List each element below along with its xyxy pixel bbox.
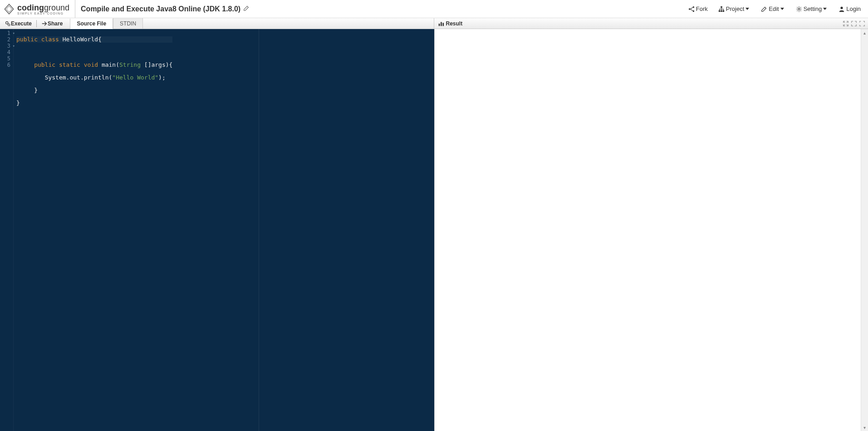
svg-rect-5 (721, 10, 722, 12)
project-menu[interactable]: Project (713, 4, 754, 14)
expand-icon[interactable] (851, 20, 857, 27)
line-gutter: 1▾ 2 3▾ 4 5 6 (0, 29, 14, 431)
scrollbar[interactable]: ▴ ▾ (861, 29, 868, 431)
collapse-icon[interactable] (843, 20, 849, 27)
svg-point-0 (689, 8, 691, 10)
execute-label: Execute (11, 20, 32, 27)
login-label: Login (846, 5, 861, 12)
chevron-down-icon (780, 8, 784, 10)
page-title: Compile and Execute Java8 Online (JDK 1.… (81, 5, 240, 13)
line-number: 4 (2, 49, 10, 55)
tab-stdin[interactable]: STDIN (113, 18, 143, 29)
svg-rect-3 (721, 6, 722, 8)
toolbar: Execute Share Source File STDIN Result (0, 18, 868, 29)
main: 1▾ 2 3▾ 4 5 6 public class HelloWorld{ p… (0, 29, 868, 431)
svg-point-8 (841, 6, 843, 9)
share-button[interactable]: Share (37, 18, 67, 29)
line-number: 2 (2, 36, 10, 43)
result-toolbar: Result (434, 18, 868, 29)
share-label: Share (48, 20, 63, 27)
line-number: 3▾ (2, 43, 10, 49)
fork-button[interactable]: Fork (683, 4, 711, 14)
line-number: 1▾ (2, 30, 10, 36)
execute-button[interactable]: Execute (0, 18, 36, 29)
result-pane: ▴ ▾ (434, 29, 868, 431)
svg-rect-4 (719, 10, 721, 12)
scroll-up-icon[interactable]: ▴ (861, 29, 868, 36)
fork-icon (688, 6, 695, 12)
edit-title-icon[interactable] (243, 5, 250, 13)
svg-rect-13 (442, 23, 444, 26)
scroll-down-icon[interactable]: ▾ (861, 424, 868, 431)
code-content[interactable]: public class HelloWorld{ public static v… (14, 29, 175, 431)
project-label: Project (726, 5, 744, 12)
logo[interactable]: codingground SIMPLY EASY CODING (4, 0, 75, 18)
svg-rect-6 (722, 10, 724, 12)
fold-icon[interactable]: ▾ (13, 30, 15, 36)
result-window-controls (843, 20, 865, 27)
header: codingground SIMPLY EASY CODING Compile … (0, 0, 868, 18)
line-number: 5 (2, 55, 10, 62)
header-menu: Fork Project Edit Setting Login (683, 4, 864, 14)
chevron-down-icon (823, 8, 827, 10)
svg-rect-12 (441, 22, 442, 26)
svg-point-2 (692, 10, 694, 12)
svg-point-1 (692, 6, 694, 8)
fullscreen-icon[interactable] (859, 20, 865, 27)
svg-point-7 (798, 8, 800, 10)
code-editor[interactable]: 1▾ 2 3▾ 4 5 6 public class HelloWorld{ p… (0, 29, 434, 431)
editor-toolbar: Execute Share Source File STDIN (0, 18, 434, 29)
svg-point-9 (6, 21, 8, 24)
svg-rect-11 (438, 24, 440, 26)
user-icon (839, 6, 845, 12)
chevron-down-icon (745, 8, 749, 10)
login-button[interactable]: Login (834, 4, 864, 14)
tab-source-file[interactable]: Source File (70, 19, 113, 29)
logo-text: codingground (17, 3, 69, 12)
result-label: Result (438, 20, 463, 27)
edit-label: Edit (769, 5, 779, 12)
logo-tagline: SIMPLY EASY CODING (17, 12, 69, 15)
gear-icon (796, 6, 802, 12)
line-number: 6 (2, 62, 10, 68)
result-text: Result (446, 20, 463, 27)
edit-menu[interactable]: Edit (756, 4, 789, 14)
setting-label: Setting (804, 5, 822, 12)
fork-label: Fork (696, 5, 708, 12)
editor-tabs: Source File STDIN (70, 18, 143, 29)
fold-icon[interactable]: ▾ (13, 43, 15, 49)
logo-text-wrap: codingground SIMPLY EASY CODING (17, 3, 69, 15)
edit-icon (761, 6, 767, 12)
setting-menu[interactable]: Setting (791, 4, 832, 14)
bar-chart-icon (438, 20, 444, 27)
logo-icon (4, 4, 15, 15)
cogs-icon (5, 20, 11, 27)
share-icon (41, 20, 48, 27)
svg-point-10 (8, 24, 10, 25)
sitemap-icon (718, 6, 725, 12)
